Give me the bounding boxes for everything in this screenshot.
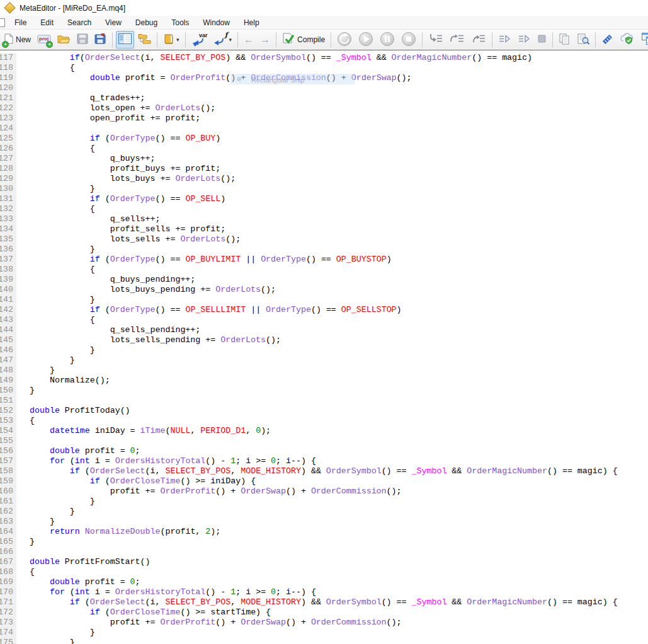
menu-item-file[interactable]: File xyxy=(8,17,33,28)
toggle-breakpoint-button[interactable] xyxy=(515,31,533,49)
open-button[interactable] xyxy=(55,31,73,49)
debug-pause-button[interactable] xyxy=(377,31,397,49)
code-line: 117 if(OrderSelect(i, SELECT_BY_POS) && … xyxy=(0,53,648,63)
code-text: q_buys++; xyxy=(30,154,156,163)
code-line: 142 if (OrderType() == OP_SELLLIMIT || O… xyxy=(0,305,648,315)
code-text: } xyxy=(30,355,75,365)
code-text: profit_buys += profit; xyxy=(30,164,220,173)
new-project-icon: proj xyxy=(37,34,51,46)
code-text: { xyxy=(30,315,95,325)
save-button[interactable] xyxy=(74,31,91,49)
compile-button[interactable]: Compile xyxy=(280,31,327,49)
code-line: 167double ProfitFromStart() xyxy=(0,557,648,567)
debug-history-button[interactable] xyxy=(334,31,355,49)
copy-icon xyxy=(559,33,571,47)
code-line: 123 open_profit += profit; xyxy=(0,113,648,124)
code-text: { xyxy=(30,144,95,153)
mql5-storage-button[interactable] xyxy=(617,31,638,49)
code-line: 152double ProfitToday() xyxy=(0,406,648,416)
code-area[interactable]: 117 if(OrderSelect(i, SELECT_BY_POS) && … xyxy=(0,50,648,644)
copy-button[interactable] xyxy=(556,31,573,49)
code-line: 155 xyxy=(0,436,648,446)
code-text: } xyxy=(30,517,55,526)
delete-breakpoints-button[interactable] xyxy=(535,31,549,49)
new-button[interactable]: New xyxy=(2,31,33,49)
code-line: 127 q_buys++; xyxy=(0,154,648,164)
code-line: 129 lots_buys += OrderLots(); xyxy=(0,174,648,184)
line-number: 175 xyxy=(0,638,16,644)
line-number: 171 xyxy=(0,597,16,607)
line-number: 156 xyxy=(0,446,16,456)
mql5-storage-icon xyxy=(620,33,635,47)
menu-item-debug[interactable]: Debug xyxy=(128,17,164,28)
line-number: 170 xyxy=(0,587,16,597)
code-line: 124 xyxy=(0,124,648,134)
goto-function-button[interactable]: ƒ xyxy=(210,31,235,49)
line-number: 154 xyxy=(0,426,16,436)
line-number: 126 xyxy=(0,144,16,154)
line-number: 155 xyxy=(0,436,16,446)
open-terminal-icon xyxy=(642,33,648,47)
toolbar-separator xyxy=(112,32,113,47)
line-number: 142 xyxy=(0,305,16,315)
code-text: q_sells++; xyxy=(30,214,160,224)
step-over-button[interactable] xyxy=(447,31,467,49)
open-terminal-button[interactable] xyxy=(639,31,648,49)
menu-item-tools[interactable]: Tools xyxy=(164,17,196,28)
line-number: 133 xyxy=(0,214,16,224)
compile-button-label: Compile xyxy=(297,35,325,44)
code-text: if (OrderCloseTime() >= startTime) { xyxy=(30,607,271,617)
code-text: if(OrderSelect(i, SELECT_BY_POS) && Orde… xyxy=(30,53,532,62)
line-number: 117 xyxy=(0,53,16,63)
styler-button[interactable] xyxy=(599,31,616,49)
menu-item-help[interactable]: Help xyxy=(237,17,266,28)
line-number: 127 xyxy=(0,154,16,164)
line-number: 131 xyxy=(0,194,16,204)
search-in-files-button[interactable] xyxy=(574,31,592,49)
toolbar: New proj xyxy=(0,30,648,51)
code-text: for (int i = OrdersHistoryTotal() - 1; i… xyxy=(30,456,316,466)
toolbar-separator xyxy=(552,32,553,47)
line-number: 159 xyxy=(0,476,16,486)
toolbar-separator xyxy=(157,32,157,47)
debug-history-icon xyxy=(337,32,352,49)
new-project-button[interactable]: proj xyxy=(35,31,54,49)
goto-variable-button[interactable]: var xyxy=(189,31,209,49)
debug-stop-button[interactable] xyxy=(399,31,419,49)
save-as-button[interactable] xyxy=(92,31,109,49)
code-text: } xyxy=(30,537,35,546)
snippets-button[interactable] xyxy=(161,31,182,49)
navigator-panel-icon xyxy=(118,33,132,46)
debug-start-button[interactable] xyxy=(356,31,376,49)
menu-item-search[interactable]: Search xyxy=(60,17,98,28)
code-line: 163 } xyxy=(0,517,648,527)
proj-badge: proj xyxy=(39,36,48,42)
code-text: } xyxy=(30,295,95,304)
run-to-line-button[interactable] xyxy=(496,31,514,49)
line-number: 130 xyxy=(0,184,16,194)
plus-icon xyxy=(2,41,9,48)
toolbar-separator xyxy=(492,32,492,47)
menu-item-window[interactable]: Window xyxy=(196,17,237,28)
menu-item-view[interactable]: View xyxy=(98,17,128,28)
code-line: 158 if (OrderSelect(i, SELECT_BY_POS, MO… xyxy=(0,466,648,476)
code-text: } xyxy=(30,184,95,193)
code-line: 131 if (OrderType() == OP_SELL) xyxy=(0,194,648,204)
menu-item-edit[interactable]: Edit xyxy=(33,17,60,28)
step-out-button[interactable] xyxy=(469,31,489,49)
forward-button[interactable] xyxy=(258,31,273,49)
code-line: 146 } xyxy=(0,345,648,355)
back-button[interactable] xyxy=(241,31,256,49)
code-line: 141 } xyxy=(0,295,648,305)
line-number: 137 xyxy=(0,255,16,265)
line-number: 147 xyxy=(0,355,16,365)
code-text: q_sells_pending++; xyxy=(30,325,200,335)
toggle-breakpoint-icon xyxy=(518,34,531,45)
toolbox-panel-button[interactable] xyxy=(135,31,154,49)
code-text: { xyxy=(30,567,35,577)
step-into-button[interactable] xyxy=(426,31,446,49)
line-number: 160 xyxy=(0,486,16,497)
navigator-panel-button[interactable] xyxy=(116,31,134,49)
line-number: 146 xyxy=(0,345,16,355)
toolbar-separator xyxy=(595,32,596,47)
